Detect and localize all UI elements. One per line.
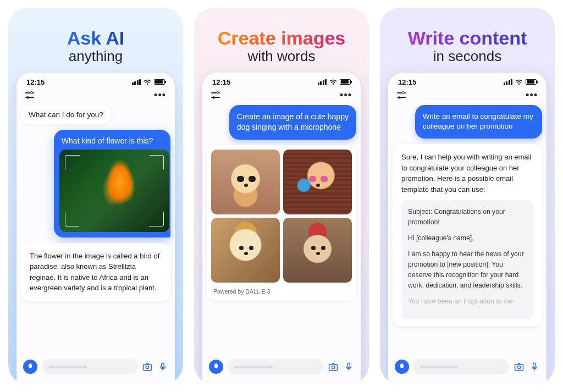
ai-greeting-bubble: What can I do for you? [21, 105, 111, 124]
attached-photo [59, 150, 169, 232]
signal-icon [132, 79, 141, 85]
camera-icon[interactable] [328, 361, 339, 372]
camera-icon[interactable] [514, 361, 525, 372]
app-top-bar: ••• [202, 90, 361, 103]
input-bar [388, 354, 547, 384]
powered-by-label: Powered by DALL·E 3 [211, 286, 352, 296]
generated-image-grid: Powered by DALL·E 3 [207, 145, 356, 300]
wifi-icon [143, 79, 151, 85]
battery-icon [526, 79, 537, 85]
svg-rect-8 [533, 363, 536, 367]
settings-sliders-icon[interactable] [397, 92, 406, 98]
phone-mock: 12:15 ••• What can I do for you? What ki… [16, 73, 175, 384]
generated-image[interactable] [283, 150, 352, 214]
ai-intro-text: Sure, I can help you with writing an ema… [401, 152, 533, 195]
status-bar: 12:15 [16, 73, 175, 90]
svg-rect-0 [143, 365, 152, 371]
chat-area: What can I do for you? What kind of flow… [16, 103, 175, 354]
chat-area: Write an email to congratulate my collea… [388, 103, 547, 354]
input-bar [16, 354, 175, 384]
message-input[interactable] [42, 359, 137, 374]
email-faded-line: You have been an inspiration to me [408, 296, 527, 307]
email-greeting: Hi [colleague's name], [408, 233, 527, 244]
user-image-question-bubble: What kind of flower is this? [54, 130, 170, 238]
app-top-bar: ••• [16, 90, 175, 103]
status-icons [132, 79, 165, 85]
headline: Ask AI anything [67, 29, 125, 65]
more-icon[interactable]: ••• [154, 92, 166, 98]
user-prompt-bubble: Create an image of a cute happy dog sing… [229, 105, 356, 140]
headline: Write content in seconds [408, 29, 527, 65]
message-input[interactable] [228, 359, 323, 374]
copilot-icon[interactable] [209, 360, 223, 374]
microphone-icon[interactable] [343, 361, 354, 372]
generated-image[interactable] [211, 218, 280, 283]
svg-point-1 [146, 366, 148, 369]
ai-answer-bubble: The flower in the image is called a bird… [21, 243, 170, 301]
app-top-bar: ••• [388, 90, 547, 103]
battery-icon [154, 79, 165, 85]
status-time: 12:15 [212, 78, 230, 86]
message-input[interactable] [413, 359, 509, 374]
status-time: 12:15 [398, 78, 416, 86]
signal-icon [504, 79, 513, 85]
svg-rect-3 [329, 365, 338, 371]
status-bar: 12:15 [202, 73, 361, 90]
user-prompt-bubble: Write an email to congratulate my collea… [415, 105, 542, 139]
microphone-icon[interactable] [529, 361, 540, 372]
promo-panel-ask-ai: Ask AI anything 12:15 ••• What can I do … [8, 8, 183, 384]
wifi-icon [515, 79, 523, 85]
signal-icon [318, 79, 327, 85]
generated-image[interactable] [211, 150, 280, 214]
email-body: I am so happy to hear the news of your p… [408, 249, 527, 291]
headline-bottom: anything [67, 48, 125, 65]
headline: Create images with words [218, 29, 345, 65]
wifi-icon [329, 79, 337, 85]
settings-sliders-icon[interactable] [211, 92, 220, 98]
copilot-icon[interactable] [23, 360, 37, 374]
status-icons [318, 79, 351, 85]
generated-image[interactable] [283, 218, 352, 283]
phone-mock: 12:15 ••• Create an image of a cute happ… [202, 73, 361, 384]
status-bar: 12:15 [388, 73, 547, 90]
email-template: Subject: Congratulations on your promoti… [401, 200, 533, 318]
svg-rect-6 [515, 365, 523, 371]
battery-icon [340, 79, 351, 85]
headline-top: Ask AI [67, 29, 125, 48]
svg-point-7 [517, 366, 520, 369]
ai-answer-bubble: Sure, I can help you with writing an ema… [393, 144, 542, 326]
promo-panel-create-images: Create images with words 12:15 ••• Creat… [194, 8, 369, 384]
headline-bottom: with words [218, 48, 345, 65]
headline-bottom: in seconds [408, 48, 527, 65]
svg-point-4 [332, 366, 334, 369]
more-icon[interactable]: ••• [340, 92, 352, 98]
status-time: 12:15 [26, 78, 45, 86]
email-subject: Subject: Congratulations on your promoti… [408, 207, 527, 228]
microphone-icon[interactable] [157, 361, 168, 372]
chat-area: Create an image of a cute happy dog sing… [202, 103, 361, 354]
svg-rect-5 [347, 363, 350, 367]
more-icon[interactable]: ••• [526, 92, 538, 98]
status-icons [504, 79, 537, 85]
svg-rect-2 [162, 363, 164, 367]
input-bar [202, 354, 361, 384]
camera-icon[interactable] [142, 361, 153, 372]
promo-panel-write-content: Write content in seconds 12:15 ••• Write… [380, 8, 555, 384]
phone-mock: 12:15 ••• Write an email to congratulate… [388, 73, 547, 384]
settings-sliders-icon[interactable] [25, 92, 34, 98]
headline-top: Create images [218, 29, 345, 48]
headline-top: Write content [408, 29, 527, 48]
copilot-icon[interactable] [395, 360, 409, 374]
user-question-text: What kind of flower is this? [59, 135, 165, 150]
